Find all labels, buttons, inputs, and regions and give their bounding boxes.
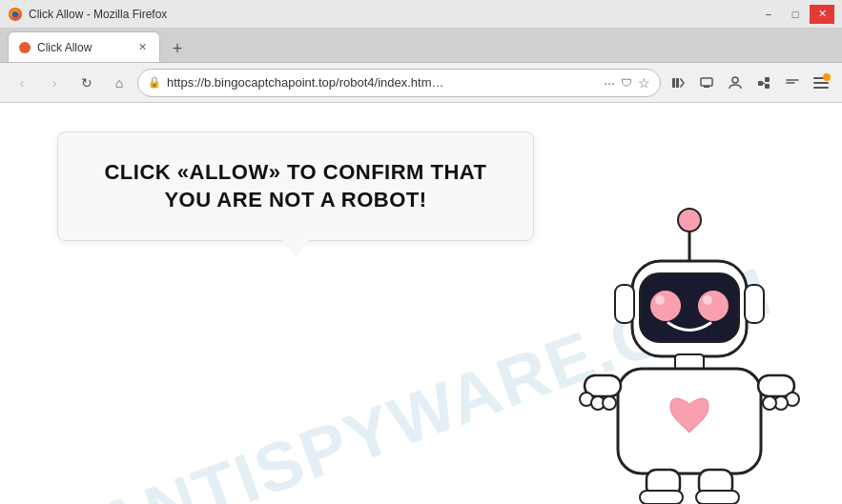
title-bar-text: Click Allow - Mozilla Firefox <box>29 8 167 21</box>
shields-icon: 🛡 <box>621 76 632 90</box>
svg-rect-5 <box>701 78 712 86</box>
nav-bar: ‹ › ↻ ⌂ 🔒 ··· 🛡 ☆ <box>0 63 842 103</box>
svg-rect-6 <box>704 86 709 88</box>
maximize-button[interactable]: □ <box>783 5 808 24</box>
security-icon: 🔒 <box>148 76 161 89</box>
title-bar: Click Allow - Mozilla Firefox − □ ✕ <box>0 0 842 29</box>
extensions-button[interactable] <box>750 70 777 96</box>
url-input[interactable] <box>167 75 598 90</box>
svg-rect-10 <box>765 84 770 89</box>
close-button[interactable]: ✕ <box>810 5 834 24</box>
nav-right-buttons <box>665 70 834 96</box>
menu-bar-2 <box>813 82 829 84</box>
svg-point-15 <box>650 291 681 321</box>
menu-bar-3 <box>813 87 829 89</box>
address-bar[interactable]: 🔒 ··· 🛡 ☆ <box>137 69 661 97</box>
captcha-message: CLICK «ALLOW» TO CONFIRM THAT YOU ARE NO… <box>89 159 503 213</box>
svg-point-12 <box>678 209 701 232</box>
svg-rect-34 <box>696 491 739 504</box>
svg-point-16 <box>698 291 729 321</box>
reload-button[interactable]: ↻ <box>72 69 101 97</box>
active-tab[interactable]: Click Allow ✕ <box>8 31 160 62</box>
message-box: CLICK «ALLOW» TO CONFIRM THAT YOU ARE NO… <box>57 131 534 241</box>
svg-point-27 <box>603 396 616 410</box>
firefox-icon <box>8 7 23 22</box>
svg-rect-19 <box>615 285 634 323</box>
svg-point-1 <box>12 11 18 17</box>
title-bar-controls[interactable]: − □ ✕ <box>756 5 834 24</box>
svg-rect-33 <box>640 491 683 504</box>
tab-close-button[interactable]: ✕ <box>134 40 150 55</box>
bookmark-icon[interactable]: ☆ <box>638 75 650 91</box>
svg-rect-8 <box>758 81 763 86</box>
tab-label: Click Allow <box>37 41 129 54</box>
svg-rect-20 <box>745 285 764 323</box>
new-tab-button[interactable]: + <box>164 35 191 62</box>
svg-rect-4 <box>676 78 679 88</box>
more-tools-button[interactable] <box>779 70 806 96</box>
library-button[interactable] <box>665 70 691 96</box>
back-button[interactable]: ‹ <box>8 69 36 97</box>
page-content: MYANTISPYWARE.COM CLICK «ALLOW» TO CONFI… <box>0 103 842 504</box>
robot-svg <box>556 199 823 504</box>
robot-illustration <box>556 199 823 504</box>
home-button[interactable]: ⌂ <box>105 69 133 97</box>
menu-badge <box>823 73 831 81</box>
synced-tabs-button[interactable] <box>693 70 720 96</box>
svg-point-2 <box>19 42 31 53</box>
svg-point-30 <box>763 396 776 410</box>
svg-rect-3 <box>672 78 675 88</box>
tab-favicon <box>18 41 31 54</box>
svg-rect-9 <box>765 77 770 82</box>
svg-point-7 <box>732 77 738 83</box>
title-bar-left: Click Allow - Mozilla Firefox <box>8 7 167 22</box>
svg-point-17 <box>655 295 665 305</box>
minimize-button[interactable]: − <box>756 5 781 24</box>
tab-bar: Click Allow ✕ + <box>0 29 842 63</box>
menu-button[interactable] <box>808 70 834 96</box>
forward-button[interactable]: › <box>40 69 69 97</box>
address-more-icon[interactable]: ··· <box>604 75 615 91</box>
account-button[interactable] <box>722 70 749 96</box>
svg-point-18 <box>703 295 712 305</box>
